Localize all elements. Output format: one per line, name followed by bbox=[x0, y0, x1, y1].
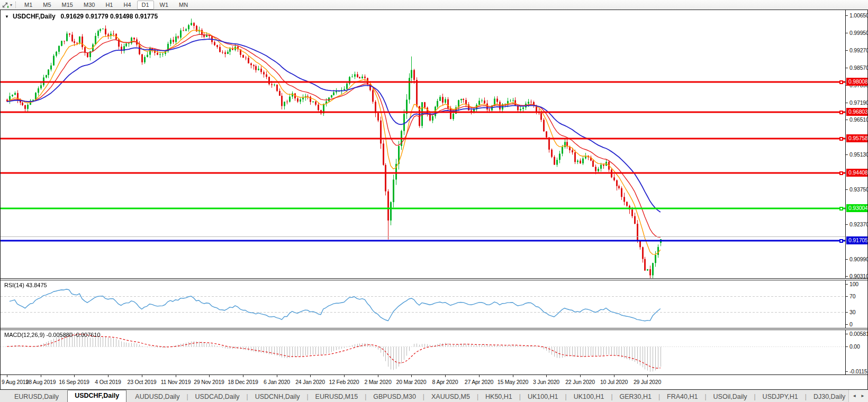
axis-tick-label: 0.96510 bbox=[849, 116, 868, 123]
chart-tab-eurusd-daily[interactable]: EURUSD,Daily bbox=[7, 391, 66, 402]
date-axis[interactable]: 9 Aug 201928 Aug 201916 Sep 20194 Oct 20… bbox=[1, 374, 867, 389]
tab-scroll-controls: ◄ ► bbox=[848, 390, 868, 402]
rsi-label: RSI(14) 43.8475 bbox=[4, 282, 47, 288]
date-tick-mark bbox=[513, 375, 513, 377]
axis-tick-label: 0.98570 bbox=[849, 65, 868, 71]
axis-tick-label: 1.00650 bbox=[849, 12, 868, 19]
date-tick-mark bbox=[142, 375, 142, 377]
date-tick-mark bbox=[614, 375, 614, 377]
date-tick-mark bbox=[378, 375, 378, 377]
timeframe-button-h4[interactable]: H4 bbox=[119, 1, 135, 10]
tab-scroll-left-icon[interactable]: ◄ bbox=[852, 394, 856, 398]
date-tick-label: 10 Jul 2020 bbox=[600, 379, 628, 385]
chart-tab-usdcnh-daily[interactable]: USDCNH,Daily bbox=[248, 391, 307, 402]
chart-menu-caret-icon[interactable]: ▼ bbox=[5, 14, 9, 19]
date-tick-label: 12 Feb 2020 bbox=[329, 379, 359, 385]
axis-tick-mark bbox=[846, 33, 848, 33]
macd-axis[interactable]: 0.0058180.00-0.011514 bbox=[845, 330, 867, 374]
chart-tab-fra40-h1[interactable]: FRA40,H1 bbox=[660, 391, 704, 402]
axis-tick-mark bbox=[846, 120, 848, 120]
date-tick-mark bbox=[7, 375, 7, 377]
chart-tab-xauusd-m5[interactable]: XAUUSD,M5 bbox=[424, 391, 477, 402]
chart-tab-usdchf-daily[interactable]: USDCHF,Daily bbox=[67, 390, 126, 402]
date-tick-label: 15 May 2020 bbox=[498, 379, 529, 385]
date-tick-label: 11 Nov 2019 bbox=[161, 379, 191, 385]
date-tick-mark bbox=[176, 375, 176, 377]
hline-price-label: 0.98008 bbox=[846, 78, 867, 86]
date-tick-mark bbox=[580, 375, 581, 377]
date-tick-mark bbox=[411, 375, 412, 377]
date-tick-mark bbox=[209, 375, 210, 377]
date-tick-mark bbox=[647, 375, 648, 377]
date-tick-mark bbox=[277, 375, 277, 377]
chart-tab-bar: EURUSD,Daily|USDCHF,Daily|AUDUSD,Daily|U… bbox=[0, 390, 868, 402]
date-tick-label: 27 Apr 2020 bbox=[465, 379, 493, 385]
tab-scroll-right-icon[interactable]: ► bbox=[861, 394, 865, 398]
date-tick-mark bbox=[41, 375, 41, 377]
axis-tick-label: 0.005818 bbox=[849, 331, 868, 337]
date-tick-label: 22 Jun 2020 bbox=[565, 379, 595, 385]
chart-ohlc-values: 0.91629 0.91779 0.91498 0.91775 bbox=[61, 13, 158, 20]
candlestick-chart-canvas[interactable] bbox=[1, 10, 845, 278]
chart-tab-hk50-h1[interactable]: HK50,H1 bbox=[478, 391, 519, 402]
axis-tick-mark bbox=[846, 334, 848, 334]
macd-chart-canvas[interactable] bbox=[1, 330, 845, 374]
date-tick-label: 3 Jun 2020 bbox=[533, 379, 559, 385]
chart-tab-uk100-h1[interactable]: UK100,H1 bbox=[567, 391, 611, 402]
top-toolbar: ▾ M1M5M15M30H1H4D1W1MN bbox=[0, 0, 868, 10]
date-tick-label: 16 Sep 2019 bbox=[59, 379, 89, 385]
chart-tab-usoil-daily[interactable]: USOil,Daily bbox=[707, 391, 754, 402]
macd-label: MACD(12,26,9) -0.005880 -0.007610 bbox=[4, 332, 101, 338]
rsi-panel: RSI(14) 43.8475 10070300 bbox=[1, 280, 867, 328]
axis-tick-mark bbox=[846, 324, 848, 325]
date-tick-label: 20 Mar 2020 bbox=[396, 379, 427, 385]
hline-price-label: 0.94408 bbox=[846, 169, 867, 177]
timeframe-button-d1[interactable]: D1 bbox=[137, 1, 154, 10]
chart-tab-usdcad-daily[interactable]: USDCAD,Daily bbox=[188, 391, 247, 402]
axis-tick-label: 0.93750 bbox=[849, 186, 868, 193]
axis-tick-mark bbox=[846, 68, 848, 68]
chart-cursor-icon[interactable] bbox=[2, 2, 9, 8]
chart-tab-gbpusd-m30[interactable]: GBPUSD,M30 bbox=[366, 391, 423, 402]
date-tick-label: 29 Nov 2019 bbox=[194, 379, 224, 385]
price-axis[interactable]: 1.006500.999500.992700.985700.978900.971… bbox=[845, 10, 867, 278]
chart-tab-dj30-daily[interactable]: DJ30,Daily bbox=[807, 391, 852, 402]
rsi-chart-canvas[interactable] bbox=[1, 280, 845, 328]
chart-tab-eurusd-m15[interactable]: EURUSD,M15 bbox=[309, 391, 365, 402]
timeframe-button-m5[interactable]: M5 bbox=[38, 1, 56, 10]
date-tick-mark bbox=[344, 375, 345, 377]
date-tick-mark bbox=[74, 375, 75, 377]
axis-tick-mark bbox=[846, 259, 848, 260]
date-tick-mark bbox=[310, 375, 311, 377]
toolbar-grip bbox=[15, 2, 16, 8]
date-tick-label: 23 Oct 2019 bbox=[127, 379, 156, 385]
timeframe-button-w1[interactable]: W1 bbox=[155, 1, 174, 10]
date-tick-mark bbox=[243, 375, 243, 377]
timeframe-button-m1[interactable]: M1 bbox=[20, 1, 37, 10]
date-tick-label: 4 Oct 2019 bbox=[95, 379, 121, 385]
timeframe-button-h1[interactable]: H1 bbox=[101, 1, 117, 10]
main-chart-panel: ▼ USDCHF,Daily 0.91629 0.91779 0.91498 0… bbox=[1, 10, 867, 278]
rsi-axis[interactable]: 10070300 bbox=[845, 280, 867, 328]
chart-tab-ger30-h1[interactable]: GER30,H1 bbox=[613, 391, 658, 402]
axis-tick-label: 0.95130 bbox=[849, 151, 868, 158]
axis-tick-label: 0.00 bbox=[849, 343, 860, 350]
axis-tick-mark bbox=[846, 50, 848, 51]
hline-price-label: 0.91705 bbox=[846, 236, 867, 244]
chart-tab-usdjpy-h1[interactable]: USDJPY,H1 bbox=[756, 391, 805, 402]
hline-price-label: 0.93004 bbox=[846, 204, 867, 212]
timeframe-button-m30[interactable]: M30 bbox=[79, 1, 100, 10]
chart-tab-uk100-h1[interactable]: UK100,H1 bbox=[521, 391, 565, 402]
axis-tick-mark bbox=[846, 296, 848, 297]
axis-tick-mark bbox=[846, 371, 848, 372]
axis-tick-label: 0.99950 bbox=[849, 30, 868, 36]
axis-tick-label: 0 bbox=[849, 321, 853, 327]
date-tick-label: 2 Mar 2020 bbox=[364, 379, 391, 385]
date-tick-label: 9 Aug 2019 bbox=[2, 379, 29, 385]
timeframe-button-mn[interactable]: MN bbox=[174, 1, 193, 10]
axis-tick-label: -0.011514 bbox=[849, 368, 868, 374]
chevron-down-icon[interactable]: ▾ bbox=[10, 3, 12, 7]
timeframe-button-m15[interactable]: M15 bbox=[57, 1, 78, 10]
date-tick-label: 8 Apr 2020 bbox=[432, 379, 458, 385]
chart-tab-audusd-daily[interactable]: AUDUSD,Daily bbox=[128, 391, 186, 402]
